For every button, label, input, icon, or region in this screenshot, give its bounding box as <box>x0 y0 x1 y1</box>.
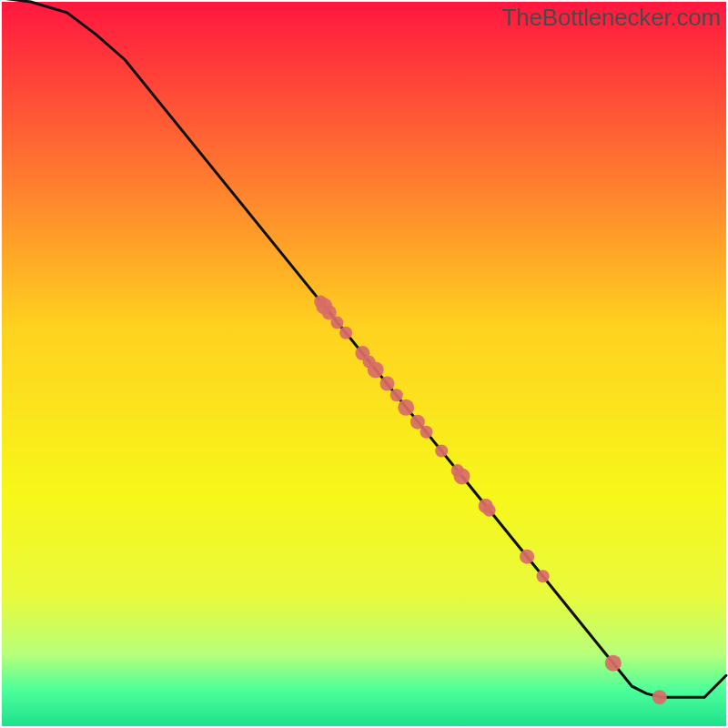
plot-area <box>2 2 726 726</box>
bottleneck-chart: TheBottlenecker.com <box>0 0 728 728</box>
data-point <box>331 317 344 329</box>
data-point <box>483 504 496 517</box>
chart-svg <box>2 2 726 726</box>
data-point <box>380 377 395 391</box>
data-point <box>652 690 667 704</box>
data-point <box>339 327 352 339</box>
data-point <box>398 399 414 416</box>
data-point <box>368 361 384 378</box>
data-points <box>314 296 667 705</box>
data-point <box>390 389 403 401</box>
data-point <box>420 426 433 439</box>
data-point <box>435 445 448 458</box>
data-point <box>537 570 550 582</box>
attribution-label: TheBottlenecker.com <box>502 4 721 32</box>
data-point <box>454 468 470 484</box>
data-point <box>520 550 534 564</box>
data-point <box>605 655 622 672</box>
